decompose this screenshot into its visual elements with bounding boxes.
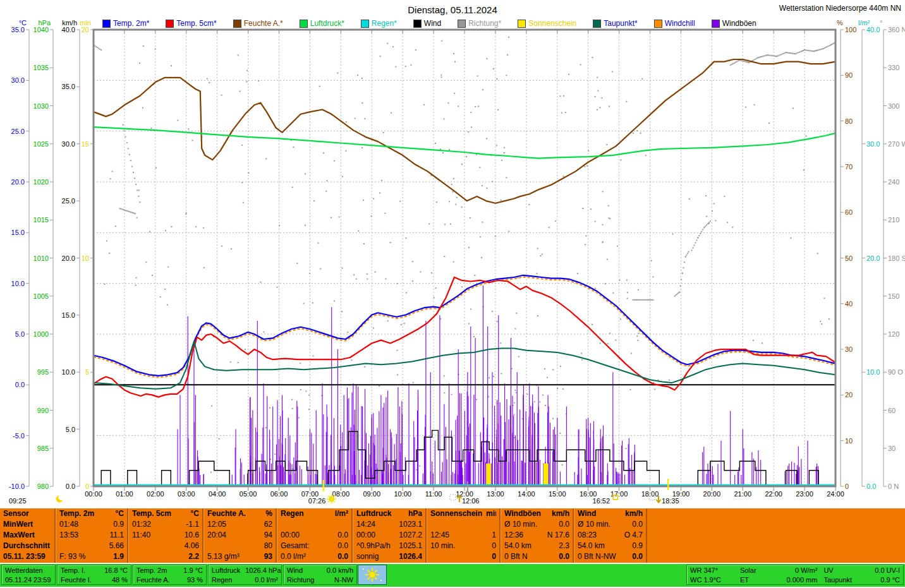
axis-label-pressure-hpa: 1010 — [33, 255, 49, 262]
table-row: 12:0562 — [207, 519, 272, 530]
time-label: 11:00 — [425, 490, 442, 498]
table-row: 00:000.0 — [281, 530, 348, 541]
table-row: 4.06 — [132, 541, 199, 551]
statusbar-row: Solar0 W/m² — [740, 566, 818, 575]
statusbar-cell: Temp. 2m1.9 °CFeuchte A.93 % — [133, 565, 207, 585]
axis-label-temp-c: -5.0 — [13, 432, 25, 440]
axis-label-humidity-pct: 50 — [845, 255, 853, 262]
axis-label-wind-kmh: 10.0 — [62, 368, 75, 376]
table-row: sonnig1026.4 — [356, 551, 422, 562]
table-row: Windböenkm/h — [504, 508, 569, 519]
series-windboeen — [178, 285, 818, 486]
table-row: 12:451 — [430, 530, 496, 541]
marker-label: 16:52 — [593, 497, 610, 505]
axis-label-direction-deg: 210 — [888, 216, 899, 224]
axis-label-pressure-hpa: 1005 — [33, 292, 49, 300]
time-label: 13:00 — [487, 490, 504, 498]
axis-label-sun-min: 5 — [85, 368, 89, 376]
time-label: 02:00 — [147, 490, 164, 498]
axis-label-direction-deg: 360 N — [888, 26, 905, 33]
statusbar-row: 05.11.24 23:59 — [5, 575, 52, 585]
time-label: 14:00 — [518, 490, 535, 498]
up-arrow-icon — [457, 496, 461, 503]
axis-label-temp-c: 20.0 — [11, 178, 25, 186]
time-label: 08:00 — [332, 490, 350, 498]
sunset-tick — [667, 479, 669, 490]
table-row: 01:32-1.1 — [132, 519, 199, 530]
axis-label-direction-deg: 150 — [888, 292, 899, 300]
weather-symbol-sun-icon — [358, 565, 387, 585]
statusbar-row: RichtungN-NW — [287, 575, 353, 585]
statusbar-row: ET0.000 mm — [740, 575, 818, 585]
table-filler — [647, 508, 905, 563]
table-col-luftdruck: LuftdruckhPa14:241023.100:001027.2^0.9hP… — [353, 508, 427, 563]
table-col-windb-en: Windböenkm/hØ 10 min.0.012:36N 17.654.0 … — [501, 508, 574, 563]
time-label: 15:00 — [549, 490, 566, 498]
axis-label-direction-deg: 330 — [888, 64, 899, 71]
statusbar-row: Temp. I.16.8 °C — [61, 566, 128, 575]
status-bar: Wetterdaten05.11.24 23:59Temp. I.16.8 °C… — [0, 564, 905, 587]
time-label: 10:00 — [394, 490, 411, 498]
axis-label-direction-deg: 240 — [888, 178, 899, 186]
time-label: 03:00 — [178, 490, 195, 498]
table-row: 2.2 — [132, 551, 199, 562]
axis-label-wind-kmh: 35.0 — [62, 83, 75, 90]
statusbar-row: Wetterdaten — [5, 566, 52, 575]
table-row: 20:0494 — [207, 530, 272, 541]
axis-title-rain-lm2: l/m² — [858, 19, 870, 27]
axis-title-temp-c: °C — [19, 19, 27, 27]
time-label: 01:00 — [116, 490, 133, 498]
sun-icon — [329, 496, 334, 501]
axis-label-pressure-hpa: 1035 — [33, 64, 49, 71]
table-col-feuchte-a-: Feuchte A.%12:056220:0494805.13 g/m³93 — [203, 508, 277, 563]
table-col-temp-2m: Temp. 2m°C01:480.913:5311.15.66F: 93 %1.… — [56, 508, 128, 563]
marker-label: 07:26 — [308, 497, 326, 505]
axis-label-temp-c: 30.0 — [11, 76, 25, 84]
time-label: 05:00 — [240, 490, 257, 498]
axis-label-temp-c: 25.0 — [11, 128, 25, 135]
table-row: 80 — [207, 541, 272, 551]
sun-icon — [328, 496, 329, 497]
table-row: 0 — [430, 551, 496, 562]
time-label: 20:00 — [703, 490, 721, 498]
axis-label-pressure-hpa: 1030 — [33, 102, 49, 110]
statusbar-row: Regen0.0 l/m² — [212, 575, 278, 585]
table-row: 12:36N 17.6 — [504, 530, 569, 541]
table-row: 14:241023.1 — [356, 519, 422, 530]
table-row: 54.0 km2.3 — [504, 541, 569, 551]
axis-label-direction-deg: 180 S — [888, 255, 905, 262]
axis-label-temp-c: 15.0 — [11, 229, 25, 236]
statusbar-row: WR 347° — [690, 566, 734, 575]
statusbar-row: Temp. 2m1.9 °C — [137, 566, 203, 575]
axis-label-sun-min: 10 — [82, 255, 89, 262]
axis-label-direction-deg: 30 — [888, 445, 896, 452]
axis-label-humidity-pct: 20 — [845, 391, 853, 399]
statusbar-right-col2: Solar0 W/m²ET0.000 mm — [740, 566, 818, 584]
table-row: 10 min.0 — [430, 541, 496, 551]
table-row: MinWert — [3, 519, 51, 530]
table-row: Durchschnitt — [3, 541, 51, 551]
axis-label-sun-min: 20 — [82, 26, 89, 33]
table-row — [281, 519, 348, 530]
axis-label-wind-kmh: 30.0 — [62, 140, 75, 148]
table-row: 08:23O 4.7 — [578, 530, 643, 541]
table-row: F: 93 %1.9 — [59, 551, 124, 562]
axis-label-pressure-hpa: 995 — [37, 368, 49, 376]
axis-label-temp-c: 35.0 — [11, 26, 25, 33]
statusbar-right-block: WR 347°WC 1.9°CSolar0 W/m²ET0.000 mmUV0.… — [686, 565, 904, 585]
axis-label-humidity-pct: 90 — [845, 71, 853, 79]
axis-label-rain-lm2: 40.0 — [866, 26, 880, 33]
table-row — [430, 519, 496, 530]
table-col-sensor: SensorMinWertMaxWertDurchschnitt05.11. 2… — [0, 508, 56, 563]
table-row: 01:480.9 — [59, 519, 124, 530]
axis-title-direction-deg: ° — [880, 19, 882, 27]
series-temp-2m — [94, 275, 835, 376]
axis-title-pressure-hpa: hPa — [38, 19, 51, 27]
axis-label-pressure-hpa: 1040 — [33, 26, 49, 33]
axis-label-wind-kmh: 40.0 — [62, 26, 75, 33]
axis-label-direction-deg: 300 — [888, 102, 899, 110]
axis-label-humidity-pct: 40 — [845, 300, 853, 308]
table-row: Windkm/h — [578, 508, 643, 519]
table-row: Feuchte A.% — [207, 508, 272, 519]
statusbar-cell: Luftdruck1026.4 hPaRegen0.0 l/m² — [208, 565, 282, 585]
